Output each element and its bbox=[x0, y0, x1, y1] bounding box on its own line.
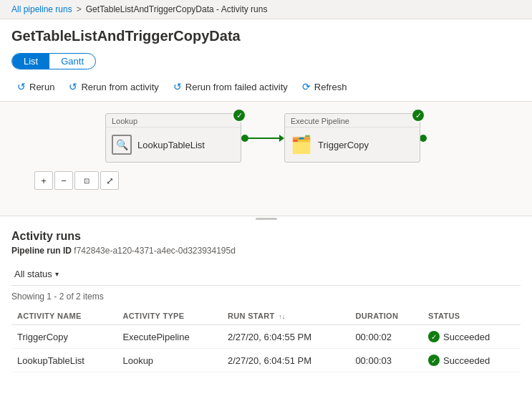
pipeline-run-label: Pipeline run ID bbox=[11, 246, 72, 256]
output-dot bbox=[420, 135, 427, 142]
refresh-label: Refresh bbox=[314, 82, 347, 92]
success-icon: ✓ bbox=[428, 355, 440, 366]
col-activity-type: ACTIVITY TYPE bbox=[117, 307, 221, 325]
breadcrumb-current: GetTableListAndTriggerCopyData - Activit… bbox=[86, 4, 268, 14]
list-view-button[interactable]: List bbox=[12, 54, 49, 69]
showing-text: Showing 1 - 2 of 2 items bbox=[11, 289, 521, 307]
cell-activity-name: TriggerCopy bbox=[11, 325, 117, 349]
rerun-button[interactable]: ↺ Rerun bbox=[11, 78, 60, 95]
lookup-node[interactable]: Lookup 🔍 LookupTableList ✓ bbox=[105, 113, 241, 163]
node1-success-badge: ✓ bbox=[232, 108, 246, 122]
status-filter-label: All status bbox=[14, 269, 52, 279]
col-status: STATUS bbox=[422, 307, 521, 325]
cell-activity-name: LookupTableList bbox=[11, 349, 117, 372]
refresh-icon: ⟳ bbox=[302, 81, 311, 92]
rerun-label: Rerun bbox=[29, 82, 54, 92]
col-run-start[interactable]: RUN START ↑↓ bbox=[222, 307, 349, 325]
chevron-down-icon: ▾ bbox=[55, 270, 59, 278]
cell-run-start: 2/27/20, 6:04:55 PM bbox=[222, 325, 349, 349]
connector-line bbox=[248, 138, 279, 139]
connector bbox=[241, 135, 284, 142]
rerun-activity-icon: ↺ bbox=[69, 81, 77, 92]
activity-runs-table: ACTIVITY NAME ACTIVITY TYPE RUN START ↑↓… bbox=[11, 307, 521, 372]
table-row: TriggerCopy ExecutePipeline 2/27/20, 6:0… bbox=[11, 325, 521, 349]
zoom-in-button[interactable]: + bbox=[34, 171, 53, 190]
table-body: TriggerCopy ExecutePipeline 2/27/20, 6:0… bbox=[11, 325, 521, 372]
diagram-controls: + − ⊡ ⤢ bbox=[29, 171, 503, 190]
rerun-failed-icon: ↺ bbox=[173, 81, 182, 92]
expand-button[interactable]: ⤢ bbox=[100, 171, 119, 190]
page-header: GetTableListAndTriggerCopyData bbox=[0, 19, 532, 50]
node1-name: LookupTableList bbox=[137, 140, 205, 150]
section-title: Activity runs bbox=[11, 230, 521, 243]
execute-pipeline-node[interactable]: Execute Pipeline 🗂️ TriggerCopy ✓ bbox=[284, 113, 420, 163]
fit-button[interactable]: ⊡ bbox=[74, 171, 99, 190]
page-title: GetTableListAndTriggerCopyData bbox=[11, 28, 521, 44]
col-duration: DURATION bbox=[349, 307, 422, 325]
connector-arrow bbox=[279, 135, 284, 142]
node1-type: Lookup bbox=[106, 114, 241, 127]
rerun-activity-button[interactable]: ↺ Rerun from activity bbox=[63, 78, 164, 95]
node2-success-badge: ✓ bbox=[411, 108, 425, 122]
cell-status: ✓ Succeeded bbox=[422, 325, 521, 349]
cell-duration: 00:00:03 bbox=[349, 349, 422, 372]
collapse-handle[interactable] bbox=[0, 216, 532, 221]
status-filter: All status ▾ bbox=[11, 263, 521, 286]
refresh-button[interactable]: ⟳ Refresh bbox=[296, 78, 353, 95]
gantt-view-button[interactable]: Gantt bbox=[49, 54, 95, 69]
lookup-icon: 🔍 bbox=[112, 135, 132, 155]
diagram-canvas: Lookup 🔍 LookupTableList ✓ Execute Pipel… bbox=[29, 113, 503, 163]
breadcrumb-separator: > bbox=[77, 4, 82, 14]
status-label: Succeeded bbox=[443, 355, 490, 366]
cell-activity-type: Lookup bbox=[117, 349, 221, 372]
cell-status: ✓ Succeeded bbox=[422, 349, 521, 372]
toggle-pill: List Gantt bbox=[11, 53, 96, 69]
collapse-bar bbox=[256, 218, 277, 220]
activity-runs-section: Activity runs Pipeline run ID f742843e-a… bbox=[0, 221, 532, 372]
node2-name: TriggerCopy bbox=[318, 140, 369, 150]
status-filter-button[interactable]: All status ▾ bbox=[11, 267, 62, 281]
rerun-icon: ↺ bbox=[17, 81, 26, 92]
table-row: LookupTableList Lookup 2/27/20, 6:04:51 … bbox=[11, 349, 521, 372]
table-header: ACTIVITY NAME ACTIVITY TYPE RUN START ↑↓… bbox=[11, 307, 521, 325]
node2-body: 🗂️ TriggerCopy bbox=[285, 127, 420, 162]
sort-icon: ↑↓ bbox=[279, 313, 286, 320]
col-activity-name: ACTIVITY NAME bbox=[11, 307, 117, 325]
cell-duration: 00:00:02 bbox=[349, 325, 422, 349]
view-toggle: List Gantt bbox=[0, 50, 532, 75]
pipeline-run-value: f742843e-a120-4371-a4ec-0d323934195d bbox=[74, 246, 236, 256]
success-icon: ✓ bbox=[428, 331, 440, 342]
toolbar: ↺ Rerun ↺ Rerun from activity ↺ Rerun fr… bbox=[0, 75, 532, 102]
zoom-out-button[interactable]: − bbox=[54, 171, 73, 190]
rerun-failed-button[interactable]: ↺ Rerun from failed activity bbox=[168, 78, 294, 95]
rerun-activity-label: Rerun from activity bbox=[81, 82, 158, 92]
rerun-failed-label: Rerun from failed activity bbox=[185, 82, 288, 92]
diagram-area: Lookup 🔍 LookupTableList ✓ Execute Pipel… bbox=[0, 102, 532, 216]
node2-type: Execute Pipeline bbox=[285, 114, 420, 127]
cell-activity-type: ExecutePipeline bbox=[117, 325, 221, 349]
breadcrumb-link[interactable]: All pipeline runs bbox=[11, 4, 72, 14]
cell-run-start: 2/27/20, 6:04:51 PM bbox=[222, 349, 349, 372]
pipeline-run-id: Pipeline run ID f742843e-a120-4371-a4ec-… bbox=[11, 246, 521, 256]
execute-pipeline-icon: 🗂️ bbox=[291, 135, 312, 155]
breadcrumb-bar: All pipeline runs > GetTableListAndTrigg… bbox=[0, 0, 532, 19]
node1-body: 🔍 LookupTableList bbox=[106, 127, 241, 162]
status-label: Succeeded bbox=[443, 332, 490, 342]
